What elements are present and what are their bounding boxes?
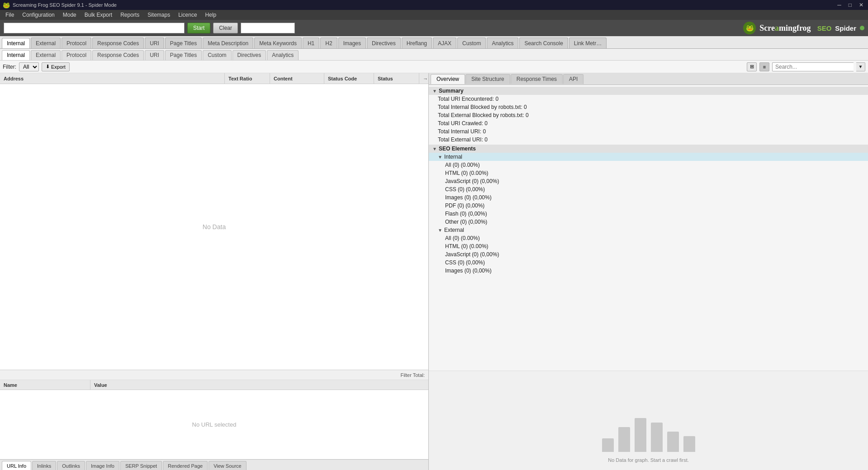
tab-ajax[interactable]: AJAX — [433, 38, 456, 48]
external-header[interactable]: ▼ External — [429, 226, 868, 234]
filter-label: Filter: — [3, 64, 16, 70]
start-button[interactable]: Start — [187, 23, 210, 33]
internal-all-text: All (0) (0.00%) — [445, 162, 480, 168]
tab-h2[interactable]: H2 — [320, 38, 337, 48]
btab-view-source[interactable]: View Source — [209, 461, 247, 470]
external-html-text: HTML (0) (0.00%) — [445, 243, 489, 249]
tab-response-codes[interactable]: Response Codes — [92, 38, 144, 48]
menu-configuration[interactable]: Configuration — [19, 11, 58, 19]
tab-uri[interactable]: URI — [145, 38, 164, 48]
menu-reports[interactable]: Reports — [117, 11, 143, 19]
filter-select[interactable]: All — [19, 62, 39, 71]
tab-analytics[interactable]: Analytics — [487, 38, 518, 48]
external-html[interactable]: HTML (0) (0.00%) — [429, 242, 868, 250]
subtab-custom[interactable]: Custom — [203, 50, 231, 60]
tab-hreflang[interactable]: Hreflang — [402, 38, 432, 48]
chart-bar-2 — [618, 427, 630, 452]
tab-search-console[interactable]: Search Console — [519, 38, 568, 48]
subtab-uri[interactable]: URI — [145, 50, 164, 60]
url-input[interactable] — [4, 23, 185, 33]
restore-button[interactable]: □ — [847, 2, 854, 8]
clear-button[interactable]: Clear — [213, 23, 238, 33]
external-javascript[interactable]: JavaScript (0) (0,00%) — [429, 250, 868, 258]
tab-page-titles[interactable]: Page Titles — [165, 38, 202, 48]
grid-view-button[interactable]: ⊞ — [747, 62, 757, 71]
summary-item-0: Total URI Encountered: 0 — [429, 95, 868, 103]
menu-bulk-export[interactable]: Bulk Export — [81, 11, 116, 19]
tab-h1[interactable]: H1 — [303, 38, 319, 48]
tab-directives[interactable]: Directives — [367, 38, 401, 48]
menu-file[interactable]: File — [2, 11, 18, 19]
bottom-col-value: Value — [90, 380, 428, 390]
external-css[interactable]: CSS (0) (0,00%) — [429, 258, 868, 267]
internal-all[interactable]: All (0) (0.00%) — [429, 161, 868, 169]
rtab-site-structure[interactable]: Site Structure — [465, 74, 510, 84]
summary-toggle: ▼ — [432, 89, 437, 94]
frog-logo: 🐸 — [743, 22, 756, 34]
btab-serp-snippet[interactable]: SERP Snippet — [120, 461, 162, 470]
subtab-internal[interactable]: Internal — [2, 50, 30, 60]
list-view-button[interactable]: ≡ — [759, 62, 769, 71]
close-button[interactable]: ✕ — [857, 2, 865, 8]
internal-html[interactable]: HTML (0) (0.00%) — [429, 169, 868, 177]
tab-internal[interactable]: Internal — [2, 38, 30, 49]
search-dropdown[interactable]: ▼ — [856, 62, 865, 71]
summary-item-1: Total Internal Blocked by robots.txt: 0 — [429, 103, 868, 111]
internal-images-text: Images (0) (0,00%) — [445, 194, 492, 201]
subtab-protocol[interactable]: Protocol — [62, 50, 91, 60]
rtab-api[interactable]: API — [563, 74, 583, 84]
internal-pdf[interactable]: PDF (0) (0,00%) — [429, 202, 868, 210]
logo-text: Screamingfrog — [759, 24, 811, 33]
subtab-external[interactable]: External — [31, 50, 61, 60]
search-input[interactable] — [772, 62, 854, 71]
bottom-tabs: URL Info Inlinks Outlinks Image Info SER… — [0, 459, 428, 470]
menu-mode[interactable]: Mode — [59, 11, 80, 19]
internal-flash[interactable]: Flash (0) (0,00%) — [429, 210, 868, 218]
internal-css[interactable]: CSS (0) (0,00%) — [429, 185, 868, 193]
col-status-code: Status Code — [324, 73, 374, 84]
subtab-page-titles[interactable]: Page Titles — [165, 50, 202, 60]
internal-javascript[interactable]: JavaScript (0) (0,00%) — [429, 177, 868, 185]
filter-total-label: Filter Total: — [400, 372, 425, 378]
seo-elements-header[interactable]: ▼ SEO Elements — [429, 145, 868, 153]
tab-meta-description[interactable]: Meta Description — [203, 38, 253, 48]
internal-images[interactable]: Images (0) (0,00%) — [429, 193, 868, 202]
rtab-overview[interactable]: Overview — [431, 74, 465, 84]
internal-header[interactable]: ▼ Internal — [429, 153, 868, 161]
subtab-analytics[interactable]: Analytics — [267, 50, 299, 60]
menu-licence[interactable]: Licence — [175, 11, 200, 19]
export-button[interactable]: ⬇ Export — [42, 62, 70, 71]
extra-input[interactable] — [241, 23, 295, 33]
internal-other[interactable]: Other (0) (0,00%) — [429, 218, 868, 226]
internal-css-text: CSS (0) (0,00%) — [445, 186, 485, 193]
btab-image-info[interactable]: Image Info — [86, 461, 119, 470]
right-content: ▼ Summary Total URI Encountered: 0 Total… — [429, 85, 868, 371]
minimize-button[interactable]: ─ — [835, 2, 843, 8]
tab-link-metr[interactable]: Link Metr… — [569, 38, 607, 48]
subtab-response-codes[interactable]: Response Codes — [92, 50, 144, 60]
tab-protocol[interactable]: Protocol — [62, 38, 91, 48]
menu-sitemaps[interactable]: Sitemaps — [144, 11, 174, 19]
tab-external[interactable]: External — [31, 38, 61, 48]
content-area: Address Text Ratio Content Status Code S… — [0, 73, 868, 470]
external-images[interactable]: Images (0) (0,00%) — [429, 267, 868, 275]
summary-item-3: Total URI Crawled: 0 — [429, 119, 868, 127]
btab-rendered-page[interactable]: Rendered Page — [163, 461, 208, 470]
btab-inlinks[interactable]: Inlinks — [32, 461, 56, 470]
summary-header[interactable]: ▼ Summary — [429, 87, 868, 95]
no-url-selected-message: No URL selected — [0, 390, 428, 459]
external-all[interactable]: All (0) (0.00%) — [429, 234, 868, 242]
toolbar: Start Clear 🐸 Screamingfrog SEO Spider — [0, 20, 868, 36]
internal-html-text: HTML (0) (0.00%) — [445, 170, 489, 176]
btab-url-info[interactable]: URL Info — [2, 461, 31, 470]
bottom-section: Filter Total: Name Value No URL selected… — [0, 370, 428, 470]
tab-custom[interactable]: Custom — [457, 38, 486, 48]
btab-outlinks[interactable]: Outlinks — [57, 461, 85, 470]
data-table: Address Text Ratio Content Status Code S… — [0, 73, 428, 370]
chart-no-data: No Data for graph. Start a crawl first. — [608, 457, 689, 463]
rtab-response-times[interactable]: Response Times — [511, 74, 563, 84]
menu-help[interactable]: Help — [202, 11, 220, 19]
tab-meta-keywords[interactable]: Meta Keywords — [254, 38, 302, 48]
subtab-directives[interactable]: Directives — [232, 50, 266, 60]
tab-images[interactable]: Images — [338, 38, 366, 48]
